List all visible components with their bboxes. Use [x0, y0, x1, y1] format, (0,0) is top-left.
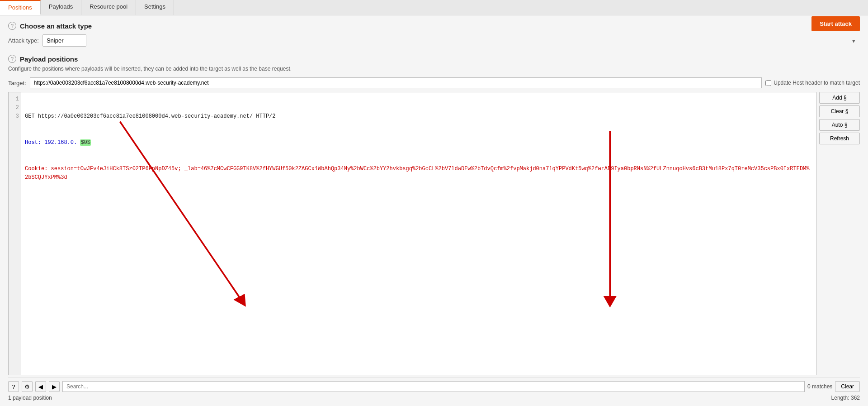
start-attack-button[interactable]: Start attack: [811, 16, 860, 31]
attack-type-title: Choose an attack type: [20, 22, 92, 30]
editor-side-buttons: Add § Clear § Auto § Refresh: [819, 92, 860, 375]
search-input[interactable]: [62, 381, 805, 392]
request-editor[interactable]: 1 2 3 GET https://0a0e003203cf6acc81a7ee…: [8, 92, 816, 375]
status-bar: 1 payload position Length: 362: [8, 392, 860, 401]
target-input[interactable]: [30, 77, 762, 88]
length-indicator: Length: 362: [831, 395, 860, 401]
auto-section-button[interactable]: Auto §: [819, 119, 860, 131]
tab-resource-pool[interactable]: Resource pool: [81, 0, 136, 15]
line-numbers: 1 2 3: [9, 92, 21, 375]
payload-positions-title: Payload positions: [20, 55, 78, 63]
payload-marker: $0$: [80, 139, 91, 146]
tabs-bar: Positions Payloads Resource pool Setting…: [0, 0, 868, 15]
refresh-button[interactable]: Refresh: [819, 133, 860, 144]
back-toolbar-button[interactable]: ◀: [35, 381, 46, 392]
attack-type-label: Attack type:: [8, 37, 39, 44]
tab-positions[interactable]: Positions: [0, 0, 41, 15]
clear-section-button[interactable]: Clear §: [819, 105, 860, 117]
tab-settings[interactable]: Settings: [136, 0, 174, 15]
payload-positions-help-icon[interactable]: ?: [8, 55, 16, 63]
tab-payloads[interactable]: Payloads: [41, 0, 81, 15]
attack-type-help-icon[interactable]: ?: [8, 22, 16, 30]
payload-positions-desc: Configure the positions where payloads w…: [8, 66, 860, 72]
code-line-3: Cookie: session=tCwJFv4eJiHCk8TSz02TP6Pp…: [25, 165, 812, 182]
update-host-label: Update Host header to match target: [774, 80, 860, 86]
settings-toolbar-icon[interactable]: ⚙: [22, 381, 33, 392]
code-content[interactable]: GET https://0a0e003203cf6acc81a7ee810080…: [21, 92, 816, 375]
code-line-5: [25, 225, 812, 234]
bottom-toolbar: ? ⚙ ◀ ▶ 0 matches Clear: [8, 377, 860, 392]
forward-toolbar-button[interactable]: ▶: [49, 381, 60, 392]
attack-type-select[interactable]: Sniper Battering ram Pitchfork Cluster b…: [42, 34, 86, 47]
payload-position-count: 1 payload position: [8, 395, 52, 401]
update-host-checkbox[interactable]: [765, 80, 771, 86]
code-line-1: GET https://0a0e003203cf6acc81a7ee810080…: [25, 112, 812, 121]
code-line-2: Host: 192.168.0. $0$: [25, 139, 812, 147]
matches-label: 0 matches: [807, 383, 832, 390]
help-toolbar-icon[interactable]: ?: [8, 381, 19, 392]
add-section-button[interactable]: Add §: [819, 92, 860, 104]
target-label: Target:: [8, 80, 26, 86]
clear-search-button[interactable]: Clear: [835, 381, 860, 392]
code-line-4: [25, 199, 812, 208]
